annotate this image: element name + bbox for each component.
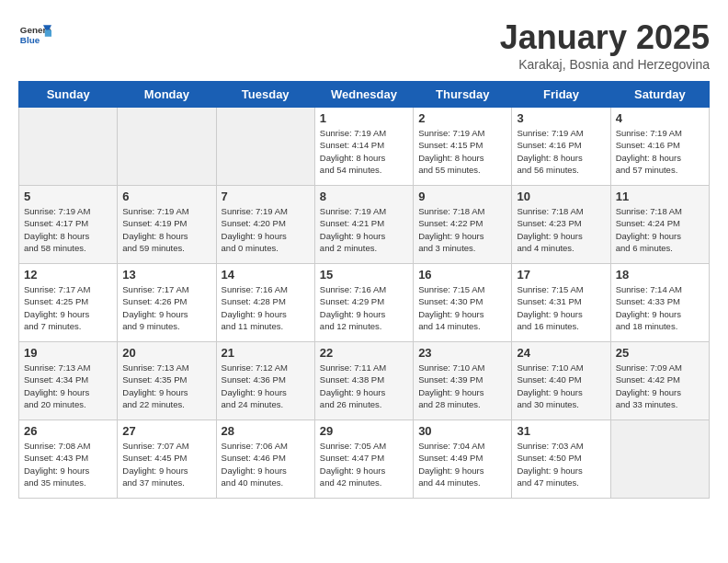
calendar-header-row: SundayMondayTuesdayWednesdayThursdayFrid… xyxy=(19,82,710,108)
day-number: 29 xyxy=(320,424,408,438)
day-info: Sunrise: 7:18 AM Sunset: 4:22 PM Dayligh… xyxy=(418,205,506,254)
logo-icon: General Blue xyxy=(18,18,51,52)
day-info: Sunrise: 7:12 AM Sunset: 4:36 PM Dayligh… xyxy=(222,362,310,410)
day-info: Sunrise: 7:19 AM Sunset: 4:16 PM Dayligh… xyxy=(517,127,605,176)
day-number: 24 xyxy=(517,346,605,360)
day-number: 18 xyxy=(616,268,704,282)
day-cell-13: 13Sunrise: 7:17 AM Sunset: 4:26 PM Dayli… xyxy=(118,264,216,342)
day-info: Sunrise: 7:09 AM Sunset: 4:42 PM Dayligh… xyxy=(616,362,704,410)
day-info: Sunrise: 7:18 AM Sunset: 4:23 PM Dayligh… xyxy=(517,205,605,254)
day-number: 10 xyxy=(517,190,605,203)
calendar-title: January 2025 xyxy=(500,18,710,57)
day-number: 20 xyxy=(122,346,210,360)
day-number: 9 xyxy=(418,190,506,203)
day-cell-9: 9Sunrise: 7:18 AM Sunset: 4:22 PM Daylig… xyxy=(414,186,512,264)
day-info: Sunrise: 7:13 AM Sunset: 4:34 PM Dayligh… xyxy=(24,362,112,410)
calendar-table: SundayMondayTuesdayWednesdayThursdayFrid… xyxy=(18,81,710,499)
calendar-subtitle: Karakaj, Bosnia and Herzegovina xyxy=(500,57,710,72)
week-row-4: 19Sunrise: 7:13 AM Sunset: 4:34 PM Dayli… xyxy=(19,342,710,420)
day-info: Sunrise: 7:13 AM Sunset: 4:35 PM Dayligh… xyxy=(122,362,210,410)
day-cell-21: 21Sunrise: 7:12 AM Sunset: 4:36 PM Dayli… xyxy=(216,342,314,420)
empty-cell xyxy=(610,420,709,499)
day-cell-4: 4Sunrise: 7:19 AM Sunset: 4:16 PM Daylig… xyxy=(610,108,709,186)
week-row-1: 1Sunrise: 7:19 AM Sunset: 4:14 PM Daylig… xyxy=(19,108,710,186)
day-info: Sunrise: 7:07 AM Sunset: 4:45 PM Dayligh… xyxy=(122,440,210,488)
day-info: Sunrise: 7:17 AM Sunset: 4:25 PM Dayligh… xyxy=(24,283,112,332)
day-number: 8 xyxy=(320,190,408,203)
day-info: Sunrise: 7:06 AM Sunset: 4:46 PM Dayligh… xyxy=(222,440,310,488)
day-number: 6 xyxy=(122,190,210,203)
day-info: Sunrise: 7:19 AM Sunset: 4:17 PM Dayligh… xyxy=(24,205,112,254)
day-number: 14 xyxy=(222,268,310,282)
day-number: 7 xyxy=(222,190,310,203)
day-cell-1: 1Sunrise: 7:19 AM Sunset: 4:14 PM Daylig… xyxy=(314,108,413,186)
title-block: January 2025 Karakaj, Bosnia and Herzego… xyxy=(500,18,710,72)
logo: General Blue xyxy=(18,18,51,52)
day-info: Sunrise: 7:15 AM Sunset: 4:30 PM Dayligh… xyxy=(418,283,506,332)
day-cell-8: 8Sunrise: 7:19 AM Sunset: 4:21 PM Daylig… xyxy=(314,186,413,264)
day-number: 16 xyxy=(418,268,506,282)
day-number: 1 xyxy=(320,111,408,125)
day-cell-24: 24Sunrise: 7:10 AM Sunset: 4:40 PM Dayli… xyxy=(512,342,610,420)
day-info: Sunrise: 7:19 AM Sunset: 4:20 PM Dayligh… xyxy=(222,205,310,254)
day-info: Sunrise: 7:19 AM Sunset: 4:14 PM Dayligh… xyxy=(320,127,408,176)
day-number: 13 xyxy=(122,268,210,282)
day-number: 17 xyxy=(517,268,605,282)
day-info: Sunrise: 7:17 AM Sunset: 4:26 PM Dayligh… xyxy=(122,283,210,332)
empty-cell xyxy=(216,108,314,186)
day-cell-22: 22Sunrise: 7:11 AM Sunset: 4:38 PM Dayli… xyxy=(314,342,413,420)
day-number: 11 xyxy=(616,190,704,203)
day-number: 12 xyxy=(24,268,112,282)
day-number: 27 xyxy=(122,424,210,438)
header-wednesday: Wednesday xyxy=(314,82,413,108)
day-cell-18: 18Sunrise: 7:14 AM Sunset: 4:33 PM Dayli… xyxy=(610,264,709,342)
day-info: Sunrise: 7:10 AM Sunset: 4:40 PM Dayligh… xyxy=(517,362,605,410)
day-cell-10: 10Sunrise: 7:18 AM Sunset: 4:23 PM Dayli… xyxy=(512,186,610,264)
header-monday: Monday xyxy=(118,82,216,108)
day-info: Sunrise: 7:19 AM Sunset: 4:16 PM Dayligh… xyxy=(616,127,704,176)
day-cell-31: 31Sunrise: 7:03 AM Sunset: 4:50 PM Dayli… xyxy=(512,420,610,499)
day-cell-7: 7Sunrise: 7:19 AM Sunset: 4:20 PM Daylig… xyxy=(216,186,314,264)
day-number: 23 xyxy=(418,346,506,360)
header-thursday: Thursday xyxy=(414,82,512,108)
day-cell-12: 12Sunrise: 7:17 AM Sunset: 4:25 PM Dayli… xyxy=(19,264,118,342)
day-info: Sunrise: 7:19 AM Sunset: 4:21 PM Dayligh… xyxy=(320,205,408,254)
day-number: 26 xyxy=(24,424,112,438)
day-number: 22 xyxy=(320,346,408,360)
day-cell-16: 16Sunrise: 7:15 AM Sunset: 4:30 PM Dayli… xyxy=(414,264,512,342)
day-cell-17: 17Sunrise: 7:15 AM Sunset: 4:31 PM Dayli… xyxy=(512,264,610,342)
header-tuesday: Tuesday xyxy=(216,82,314,108)
day-number: 3 xyxy=(517,111,605,125)
day-info: Sunrise: 7:04 AM Sunset: 4:49 PM Dayligh… xyxy=(418,440,506,488)
day-number: 25 xyxy=(616,346,704,360)
header-friday: Friday xyxy=(512,82,610,108)
empty-cell xyxy=(118,108,216,186)
day-number: 19 xyxy=(24,346,112,360)
day-cell-25: 25Sunrise: 7:09 AM Sunset: 4:42 PM Dayli… xyxy=(610,342,709,420)
header-saturday: Saturday xyxy=(610,82,709,108)
day-number: 4 xyxy=(616,111,704,125)
day-number: 31 xyxy=(517,424,605,438)
day-number: 30 xyxy=(418,424,506,438)
day-number: 28 xyxy=(222,424,310,438)
header-sunday: Sunday xyxy=(19,82,118,108)
svg-marker-3 xyxy=(45,30,51,37)
week-row-5: 26Sunrise: 7:08 AM Sunset: 4:43 PM Dayli… xyxy=(19,420,710,499)
day-info: Sunrise: 7:14 AM Sunset: 4:33 PM Dayligh… xyxy=(616,283,704,332)
day-cell-5: 5Sunrise: 7:19 AM Sunset: 4:17 PM Daylig… xyxy=(19,186,118,264)
day-cell-28: 28Sunrise: 7:06 AM Sunset: 4:46 PM Dayli… xyxy=(216,420,314,499)
day-cell-2: 2Sunrise: 7:19 AM Sunset: 4:15 PM Daylig… xyxy=(414,108,512,186)
day-cell-6: 6Sunrise: 7:19 AM Sunset: 4:19 PM Daylig… xyxy=(118,186,216,264)
day-info: Sunrise: 7:11 AM Sunset: 4:38 PM Dayligh… xyxy=(320,362,408,410)
day-cell-27: 27Sunrise: 7:07 AM Sunset: 4:45 PM Dayli… xyxy=(118,420,216,499)
day-number: 5 xyxy=(24,190,112,203)
day-cell-11: 11Sunrise: 7:18 AM Sunset: 4:24 PM Dayli… xyxy=(610,186,709,264)
day-info: Sunrise: 7:08 AM Sunset: 4:43 PM Dayligh… xyxy=(24,440,112,488)
week-row-3: 12Sunrise: 7:17 AM Sunset: 4:25 PM Dayli… xyxy=(19,264,710,342)
day-cell-14: 14Sunrise: 7:16 AM Sunset: 4:28 PM Dayli… xyxy=(216,264,314,342)
day-cell-20: 20Sunrise: 7:13 AM Sunset: 4:35 PM Dayli… xyxy=(118,342,216,420)
day-info: Sunrise: 7:03 AM Sunset: 4:50 PM Dayligh… xyxy=(517,440,605,488)
day-number: 15 xyxy=(320,268,408,282)
page-header: General Blue January 2025 Karakaj, Bosni… xyxy=(18,18,710,72)
day-info: Sunrise: 7:19 AM Sunset: 4:19 PM Dayligh… xyxy=(122,205,210,254)
